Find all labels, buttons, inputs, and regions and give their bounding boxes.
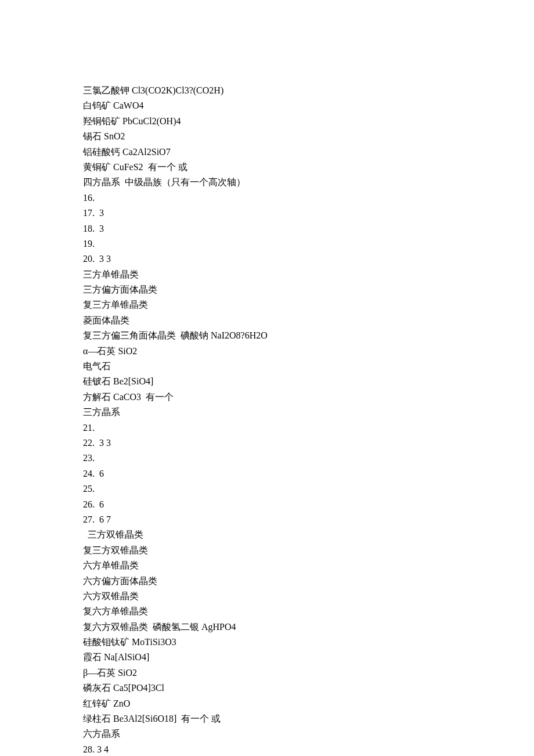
text-line: 三方双锥晶类 [83,527,534,542]
text-line: α—石英 SiO2 [83,344,534,359]
text-line: 方解石 CaCO3 有一个 [83,390,534,405]
text-line: 白钨矿 CaWO4 [83,98,534,113]
text-line: 四方晶系 中级晶族（只有一个高次轴） [83,175,534,190]
text-line: 20. 3 3 [83,251,534,267]
text-line: 复三方偏三角面体晶类 碘酸钠 NaI2O8?6H2O [83,328,534,343]
text-line: 六方单锥晶类 [83,558,534,573]
text-line: 18. 3 [83,221,534,236]
text-line: 菱面体晶类 [83,313,534,328]
text-line: 28. 3 4 [83,742,534,756]
text-line: 复六方单锥晶类 [83,604,534,619]
text-line: 红锌矿 ZnO [83,696,534,711]
text-line: 六方偏方面体晶类 [83,574,534,589]
text-line: 19. [83,236,534,251]
text-line: 复六方双锥晶类 磷酸氢二银 AgHPO4 [83,620,534,635]
text-line: 绿柱石 Be3Al2[Si6O18] 有一个 或 [83,711,534,726]
text-line: 羟铜铅矿 PbCuCl2(OH)4 [83,114,534,129]
text-line: 16. [83,190,534,206]
text-line: 硅铍石 Be2[SiO4] [83,374,534,389]
text-line: 26. 6 [83,497,534,512]
text-line: 21. [83,420,534,435]
text-line: 三氯乙酸钾 Cl3(CO2K)Cl3?(CO2H) [83,83,534,98]
text-line: 锡石 SnO2 [83,129,534,144]
text-line: 复三方单锥晶类 [83,297,534,312]
text-line: 铝硅酸钙 Ca2Al2SiO7 [83,145,534,160]
text-line: 23. [83,451,534,466]
text-line: 霞石 Na[AlSiO4] [83,650,534,665]
text-line: 27. 6 7 [83,512,534,527]
document-page: 三氯乙酸钾 Cl3(CO2K)Cl3?(CO2H) 白钨矿 CaWO4 羟铜铅矿… [0,0,534,756]
text-line: 25. [83,481,534,496]
text-line: β—石英 SiO2 [83,665,534,681]
text-line: 三方单锥晶类 [83,267,534,282]
text-line: 三方偏方面体晶类 [83,282,534,297]
text-line: 24. 6 [83,466,534,481]
text-line: 六方晶系 [83,726,534,741]
text-line: 22. 3 3 [83,435,534,451]
text-line: 硅酸钼钛矿 MoTiSi3O3 [83,635,534,650]
text-line: 17. 3 [83,206,534,221]
text-line: 复三方双锥晶类 [83,543,534,558]
text-line: 磷灰石 Ca5[PO4]3Cl [83,681,534,696]
text-line: 三方晶系 [83,405,534,420]
text-line: 黄铜矿 CuFeS2 有一个 或 [83,160,534,175]
text-line: 六方双锥晶类 [83,589,534,604]
text-line: 电气石 [83,359,534,374]
